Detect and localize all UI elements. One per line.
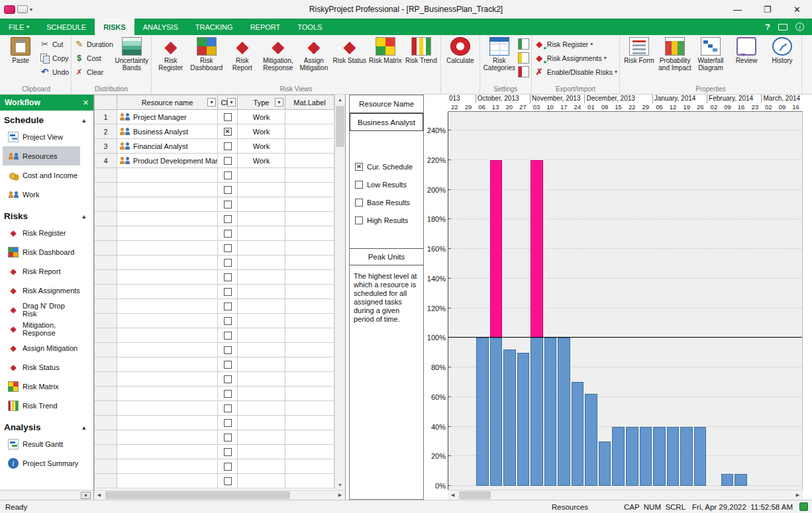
scroll-right-icon[interactable]: ▶ bbox=[335, 490, 345, 500]
history-button[interactable]: History bbox=[765, 36, 799, 64]
mat-label-cell[interactable] bbox=[285, 430, 334, 445]
tab-file[interactable]: FILE▾ bbox=[0, 19, 38, 35]
mat-label-cell[interactable] bbox=[285, 285, 334, 299]
mat-label-cell[interactable] bbox=[285, 183, 334, 197]
risk-status-button[interactable]: Risk Status bbox=[332, 36, 367, 64]
column-header-resource-name[interactable]: Resource name▼ bbox=[117, 95, 218, 110]
checkbox[interactable] bbox=[355, 163, 363, 171]
sidebar-item-resources[interactable]: Resources bbox=[3, 146, 80, 165]
chart-checkbox-cell[interactable] bbox=[218, 110, 238, 124]
mat-label-cell[interactable] bbox=[285, 241, 334, 256]
type-cell[interactable]: Work bbox=[238, 139, 285, 154]
risk-dashboard-button[interactable]: Risk Dashboard bbox=[189, 36, 224, 71]
collapse-icon[interactable]: ▴ bbox=[82, 213, 85, 220]
risk-assignments-button[interactable]: Risk Assignments▾ bbox=[534, 52, 617, 64]
app-icon[interactable] bbox=[4, 5, 15, 14]
workflow-overflow-icon[interactable]: ▼ bbox=[81, 492, 91, 499]
resource-name-cell[interactable]: Financial Analyst bbox=[117, 139, 218, 154]
resource-name-cell[interactable] bbox=[117, 168, 218, 183]
tab-tracking[interactable]: TRACKING bbox=[187, 19, 242, 35]
resource-name-cell[interactable]: Product Development Mana bbox=[117, 154, 218, 168]
monitor-icon[interactable] bbox=[778, 24, 787, 30]
tab-risks[interactable]: RISKS bbox=[95, 19, 134, 35]
quick-access-dropdown-icon[interactable]: ▾ bbox=[30, 7, 32, 13]
resource-name-cell[interactable] bbox=[117, 299, 218, 314]
section-header-risks[interactable]: Risks▴ bbox=[0, 209, 93, 223]
type-cell[interactable] bbox=[238, 299, 285, 314]
checkbox[interactable] bbox=[355, 216, 363, 224]
tab-report[interactable]: REPORT bbox=[242, 19, 289, 35]
chart-checkbox[interactable] bbox=[224, 215, 232, 223]
undo-button[interactable]: Undo bbox=[39, 66, 69, 77]
type-cell[interactable] bbox=[238, 328, 285, 343]
chart-checkbox-cell[interactable] bbox=[218, 357, 238, 372]
type-cell[interactable] bbox=[238, 314, 285, 328]
cut-button[interactable]: Cut bbox=[39, 38, 69, 50]
mat-label-cell[interactable] bbox=[285, 154, 334, 168]
review-button[interactable]: Review bbox=[729, 36, 764, 64]
chart-checkbox-cell[interactable] bbox=[218, 328, 238, 343]
resource-name-cell[interactable]: Project Manager bbox=[117, 110, 218, 124]
chart-checkbox[interactable] bbox=[224, 303, 232, 310]
mat-label-cell[interactable] bbox=[285, 139, 334, 154]
type-cell[interactable] bbox=[238, 474, 285, 489]
chart-checkbox-cell[interactable] bbox=[218, 387, 238, 401]
mat-label-cell[interactable] bbox=[285, 401, 334, 416]
chart-checkbox-cell[interactable] bbox=[218, 124, 238, 139]
sidebar-item-work[interactable]: Work bbox=[3, 185, 80, 204]
resource-name-cell[interactable] bbox=[117, 241, 218, 256]
chart-checkbox[interactable] bbox=[224, 186, 232, 194]
chart-checkbox[interactable] bbox=[224, 390, 232, 398]
chart-checkbox[interactable] bbox=[224, 244, 232, 252]
type-cell[interactable] bbox=[238, 401, 285, 416]
risk-categories-button[interactable]: Risk Categories bbox=[482, 36, 517, 71]
mini-green-button[interactable] bbox=[518, 38, 529, 50]
resource-name-cell[interactable] bbox=[117, 357, 218, 372]
chart-checkbox[interactable] bbox=[224, 434, 232, 442]
help-icon[interactable]: ? bbox=[765, 22, 770, 32]
resource-name-cell[interactable] bbox=[117, 183, 218, 197]
sidebar-item-assign-mitigation[interactable]: Assign Mitigation bbox=[3, 338, 80, 357]
mat-label-cell[interactable] bbox=[285, 299, 334, 314]
chart-checkbox-cell[interactable] bbox=[218, 183, 238, 197]
mat-label-cell[interactable] bbox=[285, 445, 334, 459]
chart-checkbox-cell[interactable] bbox=[218, 445, 238, 459]
quick-access-icon[interactable] bbox=[17, 5, 28, 13]
mat-label-cell[interactable] bbox=[285, 124, 334, 139]
chart-checkbox[interactable] bbox=[224, 419, 232, 427]
maximize-button[interactable]: ❐ bbox=[752, 0, 782, 19]
type-cell[interactable] bbox=[238, 168, 285, 183]
column-header-cha[interactable]: Cha▼ bbox=[218, 95, 238, 110]
chart-checkbox[interactable] bbox=[224, 448, 232, 456]
scroll-left-icon[interactable]: ◀ bbox=[94, 490, 104, 500]
resource-name-cell[interactable] bbox=[117, 416, 218, 430]
resource-name-cell[interactable] bbox=[117, 328, 218, 343]
section-header-analysis[interactable]: Analysis▴ bbox=[0, 420, 93, 434]
resource-name-cell[interactable] bbox=[117, 212, 218, 226]
chart-checkbox-cell[interactable] bbox=[218, 299, 238, 314]
chart-checkbox-cell[interactable] bbox=[218, 168, 238, 183]
type-cell[interactable]: Work bbox=[238, 154, 285, 168]
chart-checkbox[interactable] bbox=[224, 230, 232, 238]
collapse-icon[interactable]: ▴ bbox=[82, 424, 85, 431]
chart-checkbox[interactable] bbox=[224, 128, 232, 136]
info-icon[interactable]: i bbox=[795, 23, 804, 31]
resource-name-cell[interactable] bbox=[117, 474, 218, 489]
scroll-thumb[interactable] bbox=[459, 491, 491, 499]
table-vertical-scrollbar[interactable]: ▲ ▼ bbox=[334, 95, 345, 490]
tab-tools[interactable]: TOOLS bbox=[289, 19, 330, 35]
result-option-cur-schedule[interactable]: Cur. Schedule bbox=[355, 163, 423, 171]
sidebar-item-mitigation-response[interactable]: Mitigation, Response bbox=[3, 319, 80, 338]
chart-checkbox-cell[interactable] bbox=[218, 459, 238, 474]
resource-name-cell[interactable] bbox=[117, 387, 218, 401]
sidebar-item-risk-dashboard[interactable]: Risk Dashboard bbox=[3, 242, 80, 261]
table-horizontal-scrollbar[interactable]: ◀ ▶ bbox=[94, 490, 345, 500]
mat-label-cell[interactable] bbox=[285, 256, 334, 270]
type-cell[interactable] bbox=[238, 459, 285, 474]
risk-register-button[interactable]: Risk Register bbox=[154, 36, 188, 71]
scroll-thumb[interactable] bbox=[336, 106, 344, 147]
risk-report-button[interactable]: Risk Report bbox=[225, 36, 260, 71]
chart-checkbox[interactable] bbox=[224, 375, 232, 383]
mini-yellow-button[interactable] bbox=[518, 52, 529, 64]
type-cell[interactable] bbox=[238, 270, 285, 285]
